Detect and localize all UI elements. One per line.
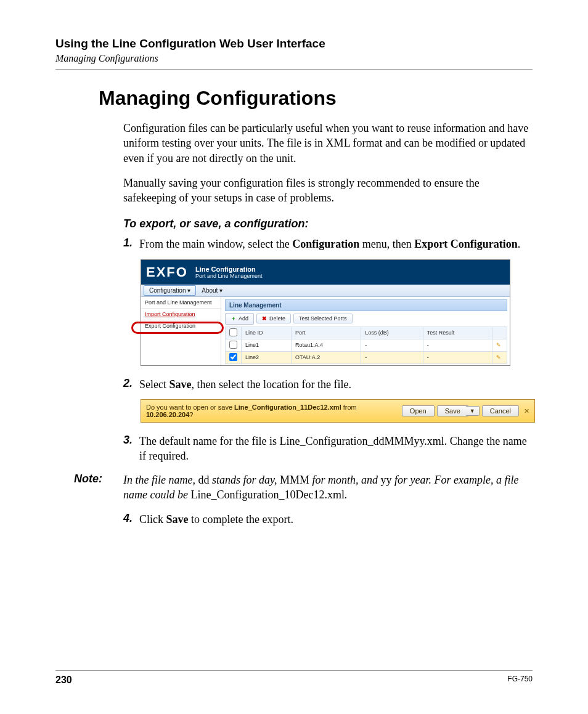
msg-host: 10.206.20.204 (146, 411, 189, 418)
step-2-number: 2. (123, 377, 139, 392)
cell-result: - (423, 351, 492, 363)
msg-part: ? (189, 411, 193, 418)
note-literal: MMM (280, 474, 309, 486)
col-test-result: Test Result (423, 327, 492, 339)
cell-loss: - (361, 339, 423, 351)
step-2-text: Select Save, then select the location fo… (139, 377, 533, 392)
screenshot-download-bar: Do you want to open or save Line_Configu… (141, 399, 535, 423)
app-title: Line Configuration (195, 266, 263, 273)
page-number: 230 (55, 675, 72, 686)
step-2-pre: Select (139, 378, 169, 391)
col-line-id: Line ID (242, 327, 292, 339)
note-literal: Line_Configuration_10Dec12.xml (190, 489, 344, 501)
doc-id: FG-750 (507, 675, 533, 686)
col-port: Port (292, 327, 361, 339)
note-text: . (345, 489, 348, 501)
step-4-number: 4. (123, 512, 139, 527)
chapter-title: Using the Line Configuration Web User In… (55, 37, 533, 51)
cell-line-id: Line1 (242, 339, 292, 351)
cell-port: Rotau1:A.4 (292, 339, 361, 351)
intro-paragraph-1: Configuration files can be particularly … (123, 121, 533, 166)
app-header: EXFO Line Configuration Port and Line Ma… (141, 260, 510, 285)
cell-result: - (423, 339, 492, 351)
add-button[interactable]: ＋Add (225, 313, 254, 325)
msg-part: Do you want to open or save (146, 404, 234, 411)
menu-bar: Configuration ▾ About ▾ (141, 285, 510, 297)
row-checkbox[interactable] (229, 353, 237, 361)
cell-loss: - (361, 351, 423, 363)
step-3-number: 3. (123, 434, 139, 464)
menu-item-port-line-management[interactable]: Port and Line Management (141, 297, 221, 309)
step-1-post: . (518, 238, 521, 250)
panel-title: Line Management (225, 299, 507, 311)
step-1-bold-2: Export Configuration (414, 238, 518, 250)
col-loss: Loss (dB) (361, 327, 423, 339)
table-row: Line1 Rotau1:A.4 - - ✎ (226, 339, 507, 351)
delete-label: Delete (269, 315, 285, 322)
save-button[interactable]: Save (437, 405, 468, 416)
close-icon[interactable]: ✕ (524, 407, 529, 415)
header-checkbox[interactable] (229, 328, 237, 336)
menu-item-export-configuration[interactable]: Export Configuration (141, 320, 221, 332)
menu-configuration[interactable]: Configuration ▾ (144, 285, 196, 296)
app-subtitle: Port and Line Management (195, 273, 263, 279)
x-icon: ✖ (262, 315, 267, 322)
table-row: Line2 OTAU:A.2 - - ✎ (226, 351, 507, 363)
page-footer: 230 FG-750 (55, 670, 533, 686)
menu-about[interactable]: About ▾ (196, 285, 228, 296)
plus-icon: ＋ (231, 315, 236, 323)
download-message: Do you want to open or save Line_Configu… (146, 404, 399, 418)
intro-paragraph-2: Manually saving your configuration files… (123, 176, 533, 206)
footer-rule (55, 670, 533, 671)
step-2-post: , then select the location for the file. (191, 378, 351, 391)
delete-button[interactable]: ✖Delete (256, 314, 291, 323)
step-4-text: Click Save to complete the export. (139, 512, 533, 527)
header-rule (55, 69, 533, 70)
step-3: 3. The default name for the file is Line… (123, 434, 533, 464)
section-title: Managing Configurations (55, 53, 533, 64)
step-4: 4. Click Save to complete the export. (123, 512, 533, 527)
step-1-mid: menu, then (359, 238, 414, 250)
page-heading: Managing Configurations (99, 87, 533, 110)
cancel-button[interactable]: Cancel (482, 405, 519, 416)
step-1: 1. From the main window, select the Conf… (123, 237, 533, 251)
save-dropdown[interactable]: ▼ (466, 406, 480, 416)
col-checkbox (226, 327, 242, 339)
open-button[interactable]: Open (402, 405, 435, 416)
menu-item-import-configuration[interactable]: Import Configuration (141, 309, 221, 320)
edit-icon[interactable]: ✎ (492, 351, 507, 363)
step-4-pre: Click (139, 513, 166, 525)
test-selected-ports-button[interactable]: Test Selected Ports (293, 314, 353, 323)
note-body: In the file name, dd stands for day, MMM… (123, 473, 533, 503)
step-1-bold-1: Configuration (292, 238, 359, 250)
note-text: for month, and (309, 474, 381, 486)
brand-logo: EXFO (146, 264, 188, 280)
dropdown-menu: Port and Line Management Import Configur… (141, 297, 221, 365)
step-1-pre: From the main window, select the (139, 238, 292, 250)
step-4-post: to complete the export. (189, 513, 293, 525)
note-literal: dd (198, 474, 209, 486)
screenshot-line-configuration: EXFO Line Configuration Port and Line Ma… (141, 259, 510, 366)
note-text: stands for day, (209, 474, 280, 486)
step-2-bold: Save (169, 378, 191, 391)
step-3-text: The default name for the file is Line_Co… (139, 434, 533, 464)
note-label: Note: (74, 473, 123, 503)
line-table: Line ID Port Loss (dB) Test Result Line1… (225, 327, 507, 364)
add-label: Add (239, 315, 248, 322)
cell-line-id: Line2 (242, 351, 292, 363)
cell-port: OTAU:A.2 (292, 351, 361, 363)
col-actions (492, 327, 507, 339)
toolbar: ＋Add ✖Delete Test Selected Ports (225, 311, 507, 327)
step-4-bold: Save (166, 513, 189, 525)
step-1-number: 1. (123, 237, 139, 251)
note-literal: yy (381, 474, 392, 486)
row-checkbox[interactable] (229, 341, 237, 349)
step-2: 2. Select Save, then select the location… (123, 377, 533, 392)
msg-filename: Line_Configuration_11Dec12.xml (234, 404, 341, 411)
step-1-text: From the main window, select the Configu… (139, 237, 533, 251)
msg-part: from (341, 404, 357, 411)
edit-icon[interactable]: ✎ (492, 339, 507, 351)
note: Note: In the file name, dd stands for da… (74, 473, 533, 503)
note-text: In the file name, (123, 474, 198, 486)
procedure-heading: To export, or save, a configuration: (123, 217, 533, 230)
